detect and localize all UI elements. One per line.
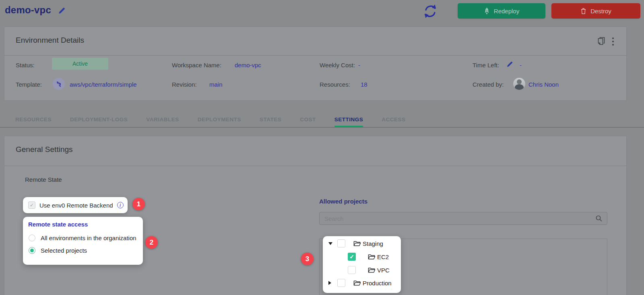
callout-badge-2: 2: [145, 236, 158, 249]
tree-label-staging[interactable]: Staging: [363, 240, 383, 247]
kebab-menu-icon[interactable]: [612, 37, 615, 46]
radio-selected-projects-label: Selected projects: [41, 247, 87, 254]
remote-state-access-panel: Remote state access All environments in …: [23, 217, 143, 265]
environment-tabs: RESOURCES DEPLOYMENT-LOGS VARIABLES DEPL…: [15, 116, 406, 127]
remote-backend-checkbox[interactable]: ✓: [28, 202, 35, 209]
radio-all-environments[interactable]: All environments in the organization: [29, 235, 136, 241]
workspace-name-label: Workspace Name:: [172, 62, 221, 69]
tree-row-vpc: VPC: [323, 264, 401, 276]
terraform-icon: [53, 78, 65, 90]
general-settings-title: General Settings: [16, 145, 73, 154]
projects-tree-panel: Staging ✓ EC2 VPC Production: [323, 236, 401, 293]
caret-down-icon[interactable]: [328, 242, 332, 245]
rocket-icon: [484, 8, 490, 15]
tab-deployments[interactable]: DEPLOYMENTS: [198, 116, 241, 127]
creator-avatar: [513, 78, 525, 90]
weekly-cost-label: Weekly Cost:: [320, 62, 355, 69]
edit-title-pencil-icon[interactable]: [58, 7, 66, 15]
callout-badge-1: 1: [132, 198, 145, 210]
created-by-value-link[interactable]: Chris Noon: [528, 81, 559, 88]
created-by-label: Created by:: [473, 81, 504, 88]
tabs-divider: [0, 127, 644, 128]
status-label: Status:: [16, 62, 35, 69]
time-left-value: -: [520, 62, 522, 69]
tab-resources[interactable]: RESOURCES: [15, 116, 52, 127]
refresh-icon[interactable]: [422, 3, 439, 20]
tab-deployment-logs[interactable]: DEPLOYMENT-LOGS: [70, 116, 128, 127]
tree-label-production[interactable]: Production: [363, 280, 392, 287]
tab-settings[interactable]: SETTINGS: [334, 116, 363, 127]
destroy-button[interactable]: Destroy: [551, 3, 640, 19]
radio-selected-projects[interactable]: Selected projects: [29, 247, 87, 254]
checkbox-staging[interactable]: [337, 239, 345, 247]
caret-right-icon[interactable]: [328, 281, 331, 285]
tab-access[interactable]: ACCESS: [382, 116, 405, 127]
tab-variables[interactable]: VARIABLES: [146, 116, 179, 127]
remote-state-access-title: Remote state access: [28, 221, 88, 228]
remote-backend-field: ✓ Use env0 Remote Backend i: [23, 197, 128, 213]
tab-cost[interactable]: COST: [300, 116, 316, 127]
tree-label-ec2[interactable]: EC2: [377, 253, 389, 260]
environment-details-title: Environment Details: [16, 36, 84, 45]
info-icon[interactable]: i: [117, 202, 124, 208]
template-label: Template:: [16, 81, 42, 88]
project-search-input[interactable]: [320, 215, 595, 222]
tree-row-staging: Staging: [323, 237, 401, 250]
folder-icon: [368, 267, 376, 273]
revision-value-link[interactable]: main: [209, 81, 223, 88]
folder-icon: [368, 254, 376, 260]
redeploy-button[interactable]: Redeploy: [458, 3, 545, 19]
resources-value-link[interactable]: 18: [361, 81, 367, 88]
template-value-link[interactable]: aws/vpc/terraform/simple: [70, 81, 137, 88]
radio-unselected-icon[interactable]: [29, 235, 35, 241]
trash-icon: [580, 8, 586, 15]
project-search-field: [319, 212, 607, 225]
copy-icon[interactable]: [597, 36, 606, 46]
checkbox-vpc[interactable]: [348, 266, 356, 274]
weekly-cost-value: -: [358, 62, 360, 69]
resources-label: Resources:: [320, 81, 350, 88]
folder-icon: [353, 241, 361, 247]
workspace-name-value[interactable]: demo-vpc: [235, 62, 261, 69]
environment-details-card: Environment Details Status: Active Works…: [4, 27, 627, 101]
page-title: demo-vpc: [5, 4, 51, 16]
section-divider: [4, 166, 626, 166]
checkbox-production[interactable]: [337, 279, 345, 287]
checkbox-ec2[interactable]: ✓: [348, 253, 356, 261]
remote-backend-label: Use env0 Remote Backend: [39, 202, 113, 209]
time-left-label: Time Left:: [473, 62, 499, 69]
callout-badge-3: 3: [301, 253, 314, 265]
radio-selected-icon[interactable]: [29, 247, 35, 254]
radio-all-environments-label: All environments in the organization: [41, 235, 136, 241]
allowed-projects-heading: Allowed projects: [319, 198, 367, 205]
revision-label: Revision:: [172, 81, 197, 88]
tree-row-production: Production: [323, 276, 401, 289]
status-badge: Active: [52, 58, 108, 70]
folder-icon: [353, 280, 361, 286]
tree-row-ec2: ✓ EC2: [323, 250, 401, 263]
remote-state-heading: Remote State: [25, 176, 62, 183]
tree-label-vpc[interactable]: VPC: [377, 267, 390, 274]
redeploy-label: Redeploy: [494, 8, 519, 15]
tab-states[interactable]: STATES: [260, 116, 281, 127]
destroy-label: Destroy: [590, 8, 611, 15]
card-divider: [4, 55, 626, 56]
search-icon: [595, 215, 603, 222]
edit-time-left-pencil-icon[interactable]: [506, 61, 513, 68]
